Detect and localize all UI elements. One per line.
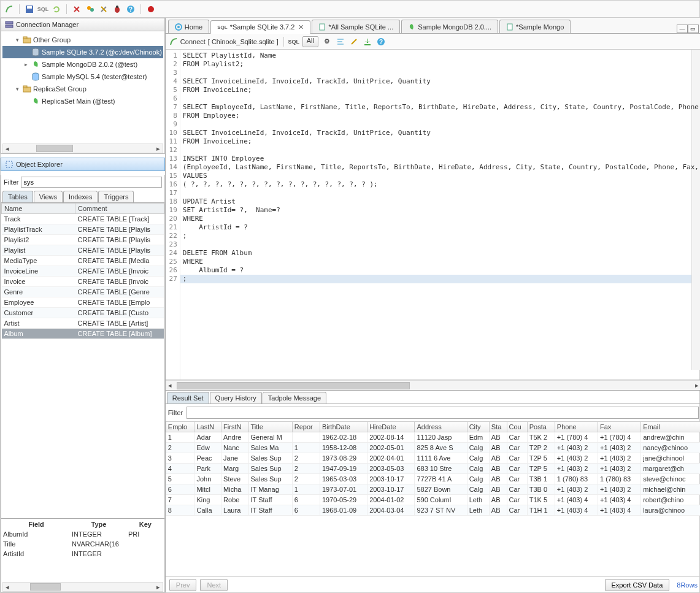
- col-header[interactable]: Phone: [555, 422, 598, 432]
- close-icon[interactable]: ✕: [298, 23, 304, 31]
- sql-icon[interactable]: SQL: [289, 37, 299, 47]
- filter-input[interactable]: [21, 177, 161, 188]
- h-scrollbar[interactable]: ◂▸: [2, 143, 163, 153]
- tab-triggers[interactable]: Triggers: [98, 191, 134, 202]
- maximize-icon[interactable]: ▭: [688, 25, 699, 33]
- svg-rect-30: [364, 44, 371, 45]
- col-header[interactable]: Comment: [75, 204, 164, 214]
- col-header[interactable]: Field: [2, 520, 70, 529]
- wand-icon[interactable]: [349, 37, 359, 47]
- tree-item[interactable]: Sample MySQL 5.4 (tester@tester): [2, 71, 163, 83]
- col-header[interactable]: LastN: [194, 422, 221, 432]
- col-header[interactable]: Email: [641, 422, 700, 432]
- record-icon[interactable]: [146, 4, 156, 14]
- col-header[interactable]: HireDate: [367, 422, 415, 432]
- tab-indexes[interactable]: Indexes: [63, 191, 98, 202]
- editor-tab[interactable]: Sample MongoDB 2.0....: [401, 20, 498, 33]
- col-header[interactable]: FirstN: [221, 422, 248, 432]
- result-tab[interactable]: Tadpole Message: [263, 392, 326, 404]
- editor-tab[interactable]: *All Sample SQLite ...: [312, 20, 400, 33]
- connect-action[interactable]: Connect [ Chinook_Sqlite.sqlite ]: [169, 37, 279, 46]
- tables-grid[interactable]: NameCommentTrackCREATE TABLE [Track]Play…: [1, 203, 164, 518]
- editor-tab[interactable]: *Sample Mongo: [499, 20, 571, 33]
- col-header[interactable]: Repor: [292, 422, 320, 432]
- h-scrollbar[interactable]: ◂▸: [2, 582, 163, 592]
- col-header[interactable]: Address: [415, 422, 467, 432]
- table-row[interactable]: InvoiceLineCREATE TABLE [Invoic: [2, 266, 164, 277]
- result-grid[interactable]: EmploLastNFirstNTitleReporBirthDateHireD…: [166, 421, 700, 576]
- result-row[interactable]: 6MitclMichaIT Manag11973-07-012003-10-17…: [166, 484, 700, 495]
- svg-rect-14: [6, 25, 13, 28]
- editor-tab[interactable]: SQL*Sample SQLite 3.7.2✕: [210, 20, 310, 34]
- result-row[interactable]: 7KingRobeIT Staff61970-05-292004-01-0259…: [166, 495, 700, 505]
- table-row[interactable]: EmployeeCREATE TABLE [Emplo: [2, 297, 164, 308]
- columns-grid[interactable]: FieldTypeKeyAlbumIdINTEGERPRITitleNVARCH…: [1, 518, 164, 592]
- bug-icon[interactable]: [112, 4, 122, 14]
- tree-item[interactable]: ReplicaSet Main (@test): [2, 95, 163, 107]
- col-header[interactable]: Emplo: [166, 422, 194, 432]
- result-row[interactable]: 4ParkMargSales Sup21947-09-192003-05-036…: [166, 464, 700, 474]
- result-row[interactable]: 8CallaLauraIT Staff61968-01-092004-03-04…: [166, 505, 700, 516]
- refresh-icon[interactable]: [52, 4, 61, 14]
- table-row[interactable]: PlaylistTrackCREATE TABLE [Playlis: [2, 224, 164, 235]
- editor-h-scrollbar[interactable]: ◂▸: [166, 380, 700, 390]
- col-header[interactable]: Type: [71, 520, 126, 529]
- svg-point-4: [87, 6, 91, 10]
- gear-icon[interactable]: ⚙: [322, 37, 332, 47]
- col-header[interactable]: Fax: [598, 422, 641, 432]
- tree-item[interactable]: ▾Other Group: [2, 34, 163, 46]
- result-tab[interactable]: Query History: [210, 392, 262, 404]
- table-row[interactable]: AlbumCREATE TABLE [Album]: [2, 329, 164, 339]
- run-all-button[interactable]: All: [302, 36, 318, 47]
- help-icon[interactable]: ?: [376, 37, 386, 47]
- col-header[interactable]: Posta: [527, 422, 555, 432]
- table-row[interactable]: MediaTypeCREATE TABLE [Media: [2, 256, 164, 266]
- sql-editor[interactable]: 1234567891011121314151617181920212223242…: [166, 50, 700, 380]
- svg-rect-20: [23, 86, 27, 88]
- export-csv-button[interactable]: Export CSV Data: [605, 579, 670, 591]
- col-header[interactable]: BirthDate: [320, 422, 367, 432]
- editor-tab[interactable]: Home: [168, 20, 209, 33]
- table-row[interactable]: TrackCREATE TABLE [Track]: [2, 214, 164, 224]
- table-row[interactable]: InvoiceCREATE TABLE [Invoic: [2, 277, 164, 287]
- sql-toolbar: Connect [ Chinook_Sqlite.sqlite ] SQL Al…: [166, 34, 700, 50]
- help-icon[interactable]: ?: [126, 4, 136, 14]
- table-row[interactable]: PlaylistCREATE TABLE [Playlis: [2, 245, 164, 256]
- col-header[interactable]: Sta: [489, 422, 507, 432]
- prev-button[interactable]: Prev: [169, 579, 197, 591]
- table-row[interactable]: TitleNVARCHAR(16: [2, 540, 163, 548]
- download-icon[interactable]: [363, 37, 372, 47]
- result-row[interactable]: 5JohnSteveSales Sup21965-03-032003-10-17…: [166, 474, 700, 484]
- svg-rect-16: [23, 37, 27, 39]
- connect-icon[interactable]: [4, 4, 14, 14]
- tree-item[interactable]: ▾ReplicaSet Group: [2, 83, 163, 95]
- result-row[interactable]: 2EdwNancSales Ma11958-12-082002-05-01825…: [166, 443, 700, 453]
- col-header[interactable]: Cou: [507, 422, 527, 432]
- table-row[interactable]: ArtistIdINTEGER: [2, 549, 163, 558]
- col-header[interactable]: Key: [128, 520, 163, 529]
- save-icon[interactable]: [25, 4, 34, 14]
- result-filter-input[interactable]: [187, 407, 699, 419]
- result-row[interactable]: 1AdarAndreGeneral M1962-02-182002-08-141…: [166, 432, 700, 443]
- result-tab[interactable]: Result Set: [167, 392, 209, 404]
- next-button[interactable]: Next: [200, 579, 228, 591]
- minimize-icon[interactable]: —: [677, 25, 688, 33]
- tab-views[interactable]: Views: [34, 191, 63, 202]
- tree-item[interactable]: ▸Sample MongoDB 2.0.2 (@test): [2, 58, 163, 71]
- settings-icon[interactable]: [99, 4, 109, 14]
- col-header[interactable]: Title: [248, 422, 292, 432]
- table-row[interactable]: ArtistCREATE TABLE [Artist]: [2, 318, 164, 329]
- table-row[interactable]: Playlist2CREATE TABLE [Playlis: [2, 235, 164, 245]
- tree-item[interactable]: Sample SQLite 3.7.2 (@c:/dev/Chinook): [2, 46, 163, 58]
- col-header[interactable]: City: [467, 422, 489, 432]
- tools-icon[interactable]: [72, 4, 82, 14]
- tab-tables[interactable]: Tables: [2, 191, 33, 202]
- result-row[interactable]: 3PeacJaneSales Sup21973-08-292002-04-011…: [166, 453, 700, 464]
- col-header[interactable]: Name: [2, 204, 75, 214]
- users-icon[interactable]: [85, 4, 95, 14]
- sql-text-icon[interactable]: SQL: [38, 4, 48, 14]
- table-row[interactable]: CustomerCREATE TABLE [Custo: [2, 308, 164, 318]
- table-row[interactable]: GenreCREATE TABLE [Genre: [2, 287, 164, 297]
- table-row[interactable]: AlbumIdINTEGERPRI: [2, 530, 163, 538]
- format-icon[interactable]: [336, 37, 345, 47]
